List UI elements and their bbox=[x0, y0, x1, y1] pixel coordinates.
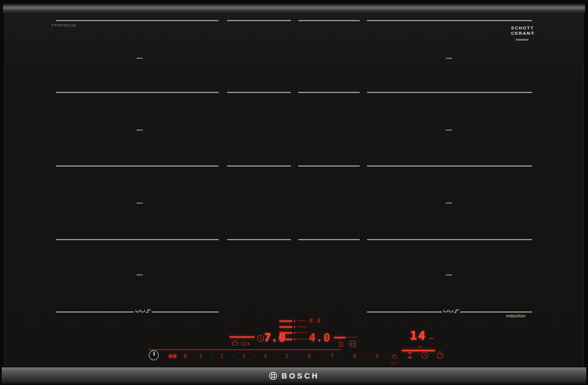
slider-dot bbox=[276, 356, 278, 357]
schott-fine-print bbox=[516, 39, 529, 41]
zone-line bbox=[56, 165, 219, 167]
right-zone-indicator-bar-dim bbox=[346, 337, 358, 338]
level-bar-dim bbox=[297, 332, 307, 333]
boost-button[interactable]: boost bbox=[387, 350, 400, 364]
slider-dot bbox=[255, 356, 256, 357]
zone-center-mark bbox=[446, 58, 452, 59]
level-dot bbox=[294, 320, 295, 322]
level-bar-dim bbox=[297, 338, 307, 340]
right-zone-level-display[interactable]: 4.0 bbox=[308, 331, 330, 344]
zone-line bbox=[227, 20, 291, 21]
right-zone-indicator-bar bbox=[334, 337, 346, 338]
ceramic-glass-surface bbox=[4, 14, 584, 367]
level-dot bbox=[294, 332, 295, 334]
zone-line bbox=[367, 311, 442, 313]
power-level-3[interactable]: 3 bbox=[240, 353, 246, 359]
aux-level-display: 0.0 bbox=[309, 317, 321, 324]
slider-dot bbox=[321, 356, 322, 357]
level-bar bbox=[279, 338, 292, 340]
bosch-symbol-icon bbox=[269, 371, 278, 380]
level-bar bbox=[279, 332, 292, 334]
wipe-protection-icon[interactable] bbox=[168, 353, 179, 360]
zone-line bbox=[152, 311, 219, 313]
zone-line bbox=[367, 165, 532, 167]
induction-hob: PXX975DC1E SCHOTT CERAN® induction 7.0 bbox=[0, 0, 588, 385]
zone-line bbox=[227, 239, 291, 240]
level-bar-dim bbox=[297, 320, 307, 321]
zone-line bbox=[298, 165, 360, 167]
ceran-line: CERAN® bbox=[511, 31, 535, 36]
slider-dot bbox=[343, 356, 345, 357]
zone-line bbox=[298, 20, 360, 21]
power-level-2[interactable]: 2 bbox=[219, 353, 225, 359]
power-level-4[interactable]: 4 bbox=[262, 353, 268, 359]
zone-line bbox=[56, 20, 219, 21]
level-bar-dim bbox=[297, 326, 307, 327]
zone-center-mark bbox=[136, 274, 143, 276]
level-bar bbox=[279, 326, 292, 328]
zone-line bbox=[227, 165, 291, 167]
left-zone-indicator-bar bbox=[229, 336, 255, 338]
top-metal-trim bbox=[3, 4, 585, 14]
level-bar bbox=[279, 320, 292, 322]
timer-slider-tick bbox=[417, 346, 421, 347]
zone-line bbox=[460, 311, 532, 313]
power-slider-line[interactable] bbox=[148, 349, 341, 350]
move-pot-icon bbox=[241, 340, 250, 346]
zone-center-mark bbox=[446, 203, 452, 204]
schott-ceran-logo: SCHOTT CERAN® bbox=[511, 26, 535, 36]
keep-warm-icon bbox=[338, 341, 344, 347]
power-level-9[interactable]: 9 bbox=[374, 353, 380, 359]
slider-dot bbox=[211, 356, 212, 357]
level-dot bbox=[294, 326, 295, 328]
zone-center-mark bbox=[136, 58, 143, 59]
model-code: PXX975DC1E bbox=[52, 24, 76, 27]
induction-label: induction bbox=[506, 313, 526, 318]
power-button[interactable] bbox=[149, 350, 159, 360]
zone-center-mark bbox=[446, 274, 452, 276]
boost-icon bbox=[392, 354, 397, 359]
zone-line bbox=[298, 92, 360, 93]
zone-line bbox=[56, 239, 219, 240]
power-level-5[interactable]: 5 bbox=[284, 353, 290, 359]
zone-center-mark bbox=[446, 130, 452, 131]
timer-unit-mark bbox=[429, 338, 433, 339]
front-metal-trim: BOSCH bbox=[2, 367, 586, 384]
zone-line bbox=[298, 239, 360, 240]
power-level-8[interactable]: 8 bbox=[352, 353, 358, 359]
power-level-1[interactable]: 1 bbox=[198, 353, 203, 359]
power-level-7[interactable]: 7 bbox=[329, 353, 335, 359]
power-level-0[interactable]: 0 bbox=[182, 353, 188, 359]
egg-timer-icon[interactable] bbox=[406, 351, 413, 359]
bosch-wordmark: BOSCH bbox=[282, 371, 319, 380]
zone-line bbox=[367, 239, 532, 240]
slider-dot bbox=[299, 356, 300, 357]
pan-size-marker-icon bbox=[443, 308, 459, 314]
zone-line bbox=[56, 311, 134, 313]
pot-icon bbox=[231, 340, 239, 346]
zone-center-mark bbox=[136, 203, 143, 204]
zone-line bbox=[56, 92, 219, 93]
slider-dot bbox=[233, 356, 234, 357]
zone-center-mark bbox=[136, 130, 143, 131]
timer-display[interactable]: 14 bbox=[409, 328, 426, 343]
grill-zone-icon bbox=[349, 340, 356, 347]
zone-line bbox=[227, 92, 291, 93]
clock-timer-icon[interactable] bbox=[421, 351, 429, 359]
stopwatch-icon[interactable] bbox=[436, 351, 444, 359]
zone-line bbox=[367, 92, 532, 93]
power-level-6[interactable]: 6 bbox=[306, 353, 312, 359]
boost-label: boost bbox=[387, 361, 400, 364]
pan-size-marker-icon bbox=[135, 308, 151, 314]
slider-dot bbox=[366, 356, 367, 357]
zone-line bbox=[367, 20, 532, 21]
level-dot bbox=[294, 338, 295, 340]
